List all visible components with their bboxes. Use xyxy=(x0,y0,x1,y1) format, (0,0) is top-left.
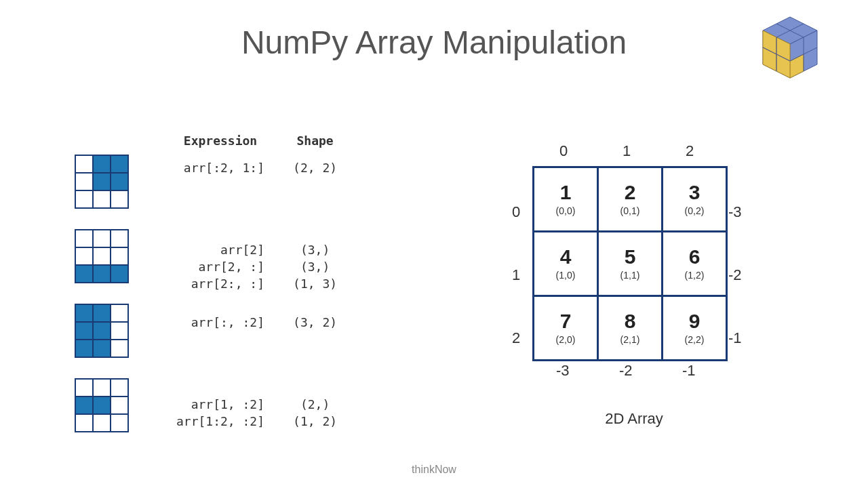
shape-cell: (3, 2) xyxy=(279,314,351,330)
array-cell-value: 8 xyxy=(599,311,660,331)
grid-cell xyxy=(75,304,93,322)
footer-brand: thinkNow xyxy=(0,464,868,476)
axis-left: 0 xyxy=(512,203,520,221)
grid-cell xyxy=(111,230,128,247)
grid-cell xyxy=(75,322,93,340)
shape-cell: (1, 3) xyxy=(279,276,351,291)
axis-bottom: -2 xyxy=(619,362,633,380)
grid-cell xyxy=(111,304,128,322)
array-cell-coord: (2,1) xyxy=(599,334,660,345)
grid-cell xyxy=(75,155,93,173)
shape-cell: (3,) xyxy=(279,259,351,274)
array-cell-value: 7 xyxy=(535,311,596,331)
grid-cell xyxy=(93,230,111,247)
array-cell-value: 1 xyxy=(535,182,596,203)
array-cell-coord: (2,0) xyxy=(535,334,596,345)
grid-cell xyxy=(111,379,128,396)
grid-cell xyxy=(93,304,111,322)
grid-cell xyxy=(75,265,93,283)
axis-top: 0 xyxy=(559,142,568,160)
slice-grid xyxy=(75,229,129,283)
array-2d-grid: 1(0,0)2(0,1)3(0,2)4(1,0)5(1,1)6(1,2)7(2,… xyxy=(532,166,728,361)
expression-cell: arr[2, :] xyxy=(163,259,278,274)
slide: NumPy Array Manipulation xyxy=(0,0,868,488)
grid-cell xyxy=(75,340,93,357)
array-cell: 6(1,2) xyxy=(663,232,727,296)
array-cell-coord: (1,2) xyxy=(664,270,725,281)
slice-grid xyxy=(75,304,129,358)
shape-cell: (2, 2) xyxy=(279,160,351,176)
grid-cell xyxy=(93,414,111,432)
array-cell-coord: (0,2) xyxy=(664,205,725,216)
grid-cell xyxy=(75,173,93,190)
slice-grid xyxy=(75,378,129,432)
axis-right: -2 xyxy=(728,266,742,284)
axis-bottom: -1 xyxy=(682,362,696,380)
array-cell-coord: (0,1) xyxy=(599,205,660,216)
slice-grids xyxy=(75,155,129,453)
slice-grid xyxy=(75,155,129,209)
expression-cell: arr[2] xyxy=(163,242,278,258)
array-cell-coord: (1,1) xyxy=(599,270,660,281)
axis-right: -3 xyxy=(728,203,742,221)
grid-cell xyxy=(75,190,93,208)
grid-cell xyxy=(75,379,93,396)
axis-right: -1 xyxy=(728,329,742,347)
expression-cell: arr[2:, :] xyxy=(163,276,278,291)
array-cell-value: 2 xyxy=(599,182,660,203)
grid-cell xyxy=(111,396,128,414)
grid-cell xyxy=(111,265,128,283)
expression-cell: arr[:, :2] xyxy=(163,314,278,330)
expression-cell: arr[:2, 1:] xyxy=(163,160,278,176)
axis-top: 1 xyxy=(623,142,631,160)
array-cell: 9(2,2) xyxy=(663,296,727,361)
shape-cell: (2,) xyxy=(279,396,351,412)
array-cell-value: 5 xyxy=(599,247,660,267)
grid-cell xyxy=(111,414,128,432)
array-2d-caption: 2D Array xyxy=(492,410,776,428)
array-cell-value: 3 xyxy=(664,182,725,203)
grid-cell xyxy=(93,247,111,265)
grid-cell xyxy=(75,414,93,432)
expression-cell: arr[1, :2] xyxy=(163,396,278,412)
grid-cell xyxy=(93,190,111,208)
array-cell: 2(0,1) xyxy=(598,167,663,232)
axis-left: 1 xyxy=(512,266,520,284)
grid-cell xyxy=(75,247,93,265)
grid-cell xyxy=(93,322,111,340)
grid-cell xyxy=(111,173,128,190)
array-cell: 3(0,2) xyxy=(663,167,727,232)
grid-cell xyxy=(111,190,128,208)
grid-cell xyxy=(93,265,111,283)
axis-top: 2 xyxy=(686,142,694,160)
grid-cell xyxy=(93,155,111,173)
grid-cell xyxy=(93,379,111,396)
col-shape: Shape xyxy=(279,134,351,159)
expression-cell: arr[1:2, :2] xyxy=(163,413,278,429)
array-cell-value: 9 xyxy=(664,311,725,331)
expression-shape-table: Expression Shape arr[:2, 1:](2, 2)arr[2]… xyxy=(161,132,352,430)
array-cell-value: 4 xyxy=(535,247,596,267)
array-cell-coord: (1,0) xyxy=(535,270,596,281)
shape-cell: (3,) xyxy=(279,242,351,258)
grid-cell xyxy=(111,322,128,340)
array-cell: 7(2,0) xyxy=(534,296,598,361)
array-cell: 8(2,1) xyxy=(598,296,663,361)
array-cell: 5(1,1) xyxy=(598,232,663,296)
grid-cell xyxy=(111,247,128,265)
axis-left: 2 xyxy=(512,329,520,347)
grid-cell xyxy=(111,340,128,357)
axis-bottom: -3 xyxy=(556,362,570,380)
array-cell: 4(1,0) xyxy=(534,232,598,296)
shape-cell: (1, 2) xyxy=(279,413,351,429)
array-cell: 1(0,0) xyxy=(534,167,598,232)
array-cell-coord: (0,0) xyxy=(535,205,596,216)
grid-cell xyxy=(75,396,93,414)
grid-cell xyxy=(93,396,111,414)
array-cube-icon xyxy=(736,7,844,102)
grid-cell xyxy=(111,155,128,173)
grid-cell xyxy=(93,340,111,357)
col-expression: Expression xyxy=(163,134,278,159)
grid-cell xyxy=(75,230,93,247)
grid-cell xyxy=(93,173,111,190)
